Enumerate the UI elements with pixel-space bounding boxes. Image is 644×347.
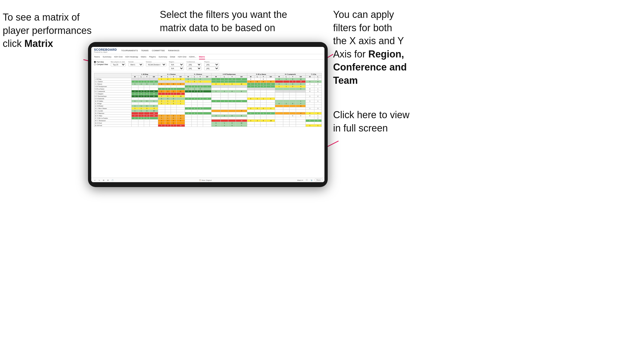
matrix-cell bbox=[203, 112, 212, 115]
matrix-cell: 1 bbox=[197, 81, 203, 83]
tab-matrix-active[interactable]: Matrix bbox=[199, 55, 205, 59]
matrix-cell bbox=[275, 117, 283, 120]
matrix-cell bbox=[228, 85, 236, 88]
matrix-cell: 1 bbox=[138, 107, 144, 110]
matrix-cell bbox=[192, 83, 197, 85]
nav-tournaments[interactable]: TOURNAMENTS bbox=[121, 49, 138, 52]
tab-h2hh[interactable]: H2HH... bbox=[189, 55, 196, 59]
watch-btn[interactable]: Watch ▾ bbox=[297, 179, 304, 181]
view-original-btn[interactable]: 📋 View: Original bbox=[198, 179, 212, 181]
redo-btn[interactable]: ↪ bbox=[98, 179, 101, 181]
matrix-cell: 1 bbox=[185, 85, 192, 88]
matrix-cell bbox=[203, 90, 212, 93]
matrix-cell: 1 bbox=[260, 112, 266, 115]
matrix-cell: 2 bbox=[158, 115, 165, 117]
matrix-cell bbox=[296, 117, 305, 120]
matrix-cell bbox=[290, 90, 296, 93]
matrix-cell bbox=[275, 115, 283, 117]
matrix-cell: 17 bbox=[236, 78, 247, 81]
region-select2[interactable]: N/A bbox=[169, 67, 184, 70]
tab-h2h-heatmap[interactable]: H2H Heatmap bbox=[125, 55, 138, 59]
matrix-cell: 0 bbox=[171, 117, 176, 120]
matrix-cell: 9 bbox=[203, 98, 212, 100]
matrix-cell: 1 bbox=[247, 85, 254, 88]
matrix-cell bbox=[197, 120, 203, 122]
matrix-cell: 0 bbox=[260, 81, 266, 83]
view-full-option[interactable]: Full View bbox=[94, 61, 108, 63]
matrix-cell: 2 bbox=[254, 107, 260, 110]
matrix-cell bbox=[211, 107, 220, 110]
matrix-cell: 2 bbox=[314, 78, 322, 81]
zoom-btn[interactable]: ⊞ bbox=[102, 179, 105, 181]
matrix-cell: 0 bbox=[290, 102, 296, 105]
matrix-cell: 0 bbox=[158, 98, 165, 100]
matrix-cell bbox=[176, 107, 185, 110]
matrix-cell bbox=[236, 117, 247, 120]
matrix-cell bbox=[211, 98, 220, 100]
tab-h2h-grid[interactable]: H2H Grid bbox=[114, 55, 122, 59]
matrix-cell bbox=[150, 88, 158, 90]
matrix-cell bbox=[197, 122, 203, 124]
nav-rankings[interactable]: RANKINGS bbox=[168, 49, 180, 52]
conference-select[interactable]: (All) bbox=[187, 63, 201, 66]
conference-select2[interactable]: (All) bbox=[187, 67, 201, 70]
matrix-cell: 3 bbox=[131, 90, 138, 93]
matrix-cell: 1 bbox=[211, 81, 220, 83]
matrix-cell: -6 bbox=[296, 105, 305, 107]
matrix-cell bbox=[221, 102, 228, 105]
tab-matrix-players[interactable]: Matrix bbox=[141, 55, 146, 59]
max-players-select[interactable]: Top 25 bbox=[111, 63, 126, 66]
share-btn[interactable]: Share bbox=[315, 179, 322, 181]
fullscreen-btn[interactable]: ⛶ bbox=[305, 179, 308, 181]
matrix-cell: 1 bbox=[131, 107, 138, 110]
matrix-cell: 1 bbox=[176, 100, 185, 102]
matrix-cell bbox=[171, 81, 176, 83]
matrix-cell bbox=[138, 102, 144, 105]
matrix-cell: 0 bbox=[197, 78, 203, 81]
matrix-cell: 4 bbox=[247, 112, 254, 115]
col-header-2: 2. L Clanton bbox=[158, 73, 185, 76]
clock-btn[interactable]: 🕐 bbox=[111, 179, 114, 181]
matrix-cell bbox=[266, 124, 275, 127]
undo-btn[interactable]: ↩ bbox=[93, 179, 96, 181]
matrix-cell: -15 bbox=[176, 93, 185, 95]
tab-summary[interactable]: Summary bbox=[103, 55, 111, 59]
annotation-topleft: To see a matrix of player performances c… bbox=[3, 11, 103, 50]
matrix-cell bbox=[266, 102, 275, 105]
matrix-container[interactable]: 1. W Ding 2. L Clanton 3. J Koivun 4. M … bbox=[91, 72, 324, 178]
matrix-cell: 1 bbox=[171, 124, 176, 127]
players-select2[interactable]: (All) bbox=[204, 67, 219, 70]
matrix-cell: 3 bbox=[314, 107, 322, 110]
tab-teams[interactable]: Teams bbox=[94, 55, 100, 59]
matrix-cell bbox=[290, 124, 296, 127]
matrix-cell bbox=[260, 124, 266, 127]
matrix-cell bbox=[144, 85, 150, 88]
matrix-cell: 4 bbox=[165, 90, 171, 93]
matrix-cell: 1 bbox=[283, 102, 290, 105]
matrix-cell: 0 bbox=[165, 95, 171, 98]
cast-btn[interactable]: 📡 bbox=[310, 179, 313, 181]
nav-committee[interactable]: COMMITTEE bbox=[152, 49, 165, 52]
settings-btn[interactable]: ⚙ bbox=[106, 179, 109, 181]
gender-select[interactable]: Men's bbox=[128, 63, 143, 66]
tab-detail[interactable]: Detail bbox=[170, 55, 175, 59]
matrix-cell bbox=[211, 88, 220, 90]
matrix-cell bbox=[197, 115, 203, 117]
matrix-cell bbox=[236, 98, 247, 100]
matrix-cell: 0 bbox=[197, 85, 203, 88]
matrix-cell bbox=[247, 122, 254, 124]
matrix-cell bbox=[314, 105, 322, 107]
matrix-cell bbox=[275, 120, 283, 122]
tab-summary2[interactable]: Summary bbox=[158, 55, 167, 59]
tab-h2h-grid2[interactable]: H2H Grid bbox=[178, 55, 186, 59]
players-select[interactable]: (All) bbox=[204, 63, 219, 66]
tab-players[interactable]: Players bbox=[149, 55, 156, 59]
view-compact-option[interactable]: Compact View bbox=[94, 63, 108, 65]
matrix-cell: 1 bbox=[192, 78, 197, 81]
region-select[interactable]: N/A bbox=[169, 63, 184, 66]
division-select[interactable]: NCAA Division I bbox=[146, 63, 166, 66]
matrix-cell bbox=[203, 100, 212, 102]
matrix-cell bbox=[296, 93, 305, 95]
matrix-cell: 0 bbox=[165, 98, 171, 100]
nav-teams[interactable]: TEAMS bbox=[141, 49, 149, 52]
